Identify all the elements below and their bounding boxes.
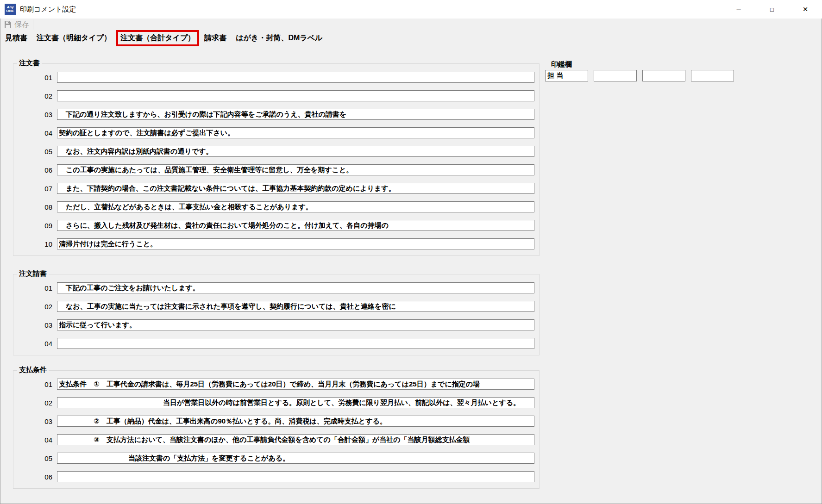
- row-number: 01: [13, 74, 52, 81]
- comment-text-input[interactable]: [57, 301, 534, 312]
- comment-row: 03: [13, 319, 534, 330]
- print-comment-settings-window: Any ONE 印刷コメント設定 ─ □ × 保存 見積書注文書（明細タイプ）注…: [0, 0, 822, 504]
- comment-text-input[interactable]: [57, 127, 534, 138]
- row-number: 04: [13, 129, 52, 137]
- row-number: 04: [13, 436, 52, 444]
- maximize-button[interactable]: □: [755, 0, 789, 19]
- row-number: 03: [13, 111, 52, 118]
- section-支払条件: 支払条件 01 02 03 04 05 06: [13, 370, 540, 489]
- tab-見積書[interactable]: 見積書: [1, 30, 31, 46]
- row-number: 03: [13, 417, 52, 425]
- logo-text-bottom: ONE: [6, 9, 14, 13]
- comment-row: 04: [13, 338, 534, 349]
- comment-row: 02: [13, 397, 534, 408]
- row-number: 02: [13, 399, 52, 407]
- comment-text-input[interactable]: [57, 282, 534, 293]
- tab-bar: 見積書注文書（明細タイプ）注文書（合計タイプ）請求書はがき・封筒、DMラベル: [0, 30, 327, 46]
- stamp-box-input-4[interactable]: [691, 70, 734, 81]
- comment-text-input[interactable]: [57, 434, 534, 445]
- row-number: 05: [13, 148, 52, 156]
- save-button-label: 保存: [14, 20, 29, 30]
- stamp-column-label: 印鑑欄: [551, 60, 572, 69]
- toolbar-separator: [33, 19, 33, 30]
- close-button[interactable]: ×: [789, 0, 822, 19]
- comment-row: 06: [13, 164, 534, 175]
- comment-row: 01: [13, 72, 534, 83]
- comment-text-input[interactable]: [57, 183, 534, 194]
- comment-text-input[interactable]: [57, 90, 534, 101]
- comment-text-input[interactable]: [57, 72, 534, 83]
- comment-row: 02: [13, 90, 534, 101]
- anyone-app-logo-icon: Any ONE: [5, 4, 16, 15]
- tab-注文書（合計タイプ）[interactable]: 注文書（合計タイプ）: [116, 30, 199, 46]
- section-注文請書: 注文請書 01 02 03 04: [13, 274, 540, 355]
- window-title: 印刷コメント設定: [20, 5, 76, 14]
- stamp-box-input-3[interactable]: [642, 70, 685, 81]
- row-number: 10: [13, 240, 52, 248]
- row-number: 06: [13, 166, 52, 174]
- comment-row: 10: [13, 238, 534, 249]
- comment-row: 06: [13, 471, 534, 482]
- row-number: 06: [13, 473, 52, 481]
- toolbar: 保存: [0, 19, 822, 31]
- comment-text-input[interactable]: [57, 319, 534, 330]
- comment-row: 03: [13, 109, 534, 120]
- row-number: 09: [13, 222, 52, 230]
- row-number: 01: [13, 380, 52, 388]
- row-number: 02: [13, 92, 52, 100]
- row-number: 01: [13, 284, 52, 292]
- row-number: 02: [13, 303, 52, 311]
- comment-text-input[interactable]: [57, 338, 534, 349]
- stamp-box-input-1[interactable]: [545, 70, 588, 81]
- minimize-button[interactable]: ─: [722, 0, 755, 19]
- comment-row: 04: [13, 434, 534, 445]
- comment-row: 05: [13, 453, 534, 464]
- section-title: 注文請書: [17, 269, 49, 278]
- row-number: 07: [13, 185, 52, 193]
- section-注文書: 注文書 01 02 03 04 05 06 07 08 09: [13, 63, 540, 256]
- row-number: 08: [13, 203, 52, 211]
- comment-text-input[interactable]: [57, 238, 534, 249]
- floppy-disk-icon: [4, 21, 12, 28]
- stamp-box-input-2[interactable]: [594, 70, 637, 81]
- comment-text-input[interactable]: [57, 109, 534, 120]
- comment-row: 09: [13, 220, 534, 231]
- comment-row: 02: [13, 301, 534, 312]
- window-controls: ─ □ ×: [722, 0, 822, 19]
- comment-row: 01: [13, 379, 534, 390]
- section-rows: 01 02 03 04: [13, 274, 539, 355]
- comment-row: 08: [13, 201, 534, 212]
- comment-row: 03: [13, 416, 534, 427]
- tab-はがき・封筒、DMラベル[interactable]: はがき・封筒、DMラベル: [232, 30, 326, 46]
- section-rows: 01 02 03 04 05 06: [13, 371, 539, 488]
- section-title: 注文書: [17, 59, 42, 68]
- comment-text-input[interactable]: [57, 397, 534, 408]
- comment-text-input[interactable]: [57, 453, 534, 464]
- titlebar: Any ONE 印刷コメント設定 ─ □ ×: [0, 0, 822, 19]
- stamp-box-row: [545, 70, 734, 81]
- save-button[interactable]: 保存: [0, 20, 33, 30]
- minimize-icon: ─: [736, 6, 740, 13]
- comment-row: 01: [13, 282, 534, 293]
- close-icon: ×: [803, 4, 808, 14]
- section-title: 支払条件: [17, 366, 49, 374]
- comment-text-input[interactable]: [57, 201, 534, 212]
- row-number: 03: [13, 321, 52, 329]
- section-rows: 01 02 03 04 05 06 07 08 09 10: [13, 64, 539, 255]
- comment-row: 04: [13, 127, 534, 138]
- comment-text-input[interactable]: [57, 164, 534, 175]
- comment-text-input[interactable]: [57, 220, 534, 231]
- comment-text-input[interactable]: [57, 379, 534, 390]
- comment-text-input[interactable]: [57, 146, 534, 157]
- comment-row: 05: [13, 146, 534, 157]
- maximize-icon: □: [770, 6, 774, 13]
- tab-注文書（明細タイプ）[interactable]: 注文書（明細タイプ）: [32, 30, 115, 46]
- row-number: 04: [13, 340, 52, 348]
- comment-text-input[interactable]: [57, 471, 534, 482]
- comment-text-input[interactable]: [57, 416, 534, 427]
- tab-請求書[interactable]: 請求書: [200, 30, 231, 46]
- comment-row: 07: [13, 183, 534, 194]
- row-number: 05: [13, 454, 52, 462]
